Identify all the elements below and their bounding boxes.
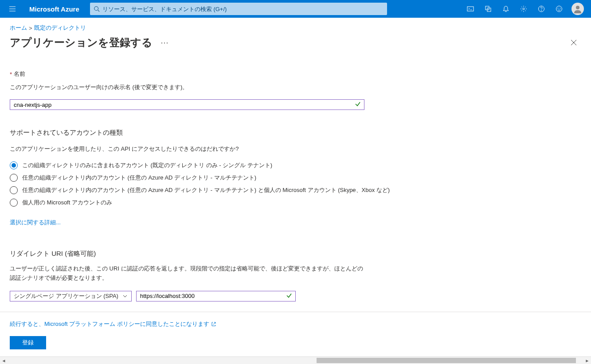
required-mark: * [10, 71, 12, 78]
radio-label: 任意の組織ディレクトリ内のアカウント (任意の Azure AD ディレクトリ … [22, 186, 390, 194]
svg-point-15 [560, 8, 560, 8]
svg-line-4 [98, 10, 99, 12]
svg-point-16 [576, 6, 579, 9]
radio-circle-icon [10, 199, 18, 207]
top-bar: Microsoft Azure [0, 0, 591, 18]
settings-icon[interactable] [515, 0, 532, 18]
footer: 続行すると、Microsoft プラットフォーム ポリシーに同意したことになりま… [0, 312, 591, 315]
check-icon [355, 101, 361, 109]
svg-point-12 [541, 10, 542, 11]
svg-rect-5 [467, 7, 474, 11]
radio-single-tenant[interactable]: この組織ディレクトリのみに含まれるアカウント (既定のディレクトリ のみ - シ… [10, 159, 581, 172]
top-icons [462, 0, 587, 18]
radio-label: この組織ディレクトリのみに含まれるアカウント (既定のディレクトリ のみ - シ… [22, 161, 272, 169]
redirect-heading: リダイレクト URI (省略可能) [10, 250, 581, 258]
chevron-down-icon [122, 294, 128, 299]
help-link-row: 選択に関する詳細... [10, 219, 581, 227]
breadcrumb-home[interactable]: ホーム [10, 24, 27, 32]
account-types-heading: サポートされているアカウントの種類 [10, 129, 581, 137]
radio-personal-only[interactable]: 個人用の Microsoft アカウントのみ [10, 196, 581, 209]
svg-point-3 [94, 7, 98, 11]
radio-multi-tenant[interactable]: 任意の組織ディレクトリ内のアカウント (任意の Azure AD ディレクトリ … [10, 172, 581, 184]
hamburger-menu-icon[interactable] [4, 0, 21, 18]
name-input[interactable] [10, 99, 364, 110]
name-desc: このアプリケーションのユーザー向けの表示名 (後で変更できます)。 [10, 83, 373, 91]
platform-dropdown[interactable]: シングルページ アプリケーション (SPA) [10, 291, 132, 301]
selection-help-link[interactable]: 選択に関する詳細... [10, 219, 61, 226]
redirect-uri-input[interactable] [136, 291, 296, 301]
redirect-row: シングルページ アプリケーション (SPA) [10, 291, 581, 301]
close-icon[interactable] [566, 36, 581, 50]
radio-circle-icon [10, 161, 18, 169]
avatar[interactable] [571, 3, 584, 15]
breadcrumb-sep: > [29, 25, 32, 31]
search-icon [94, 6, 100, 12]
breadcrumb: ホーム > 既定のディレクトリ [10, 24, 581, 32]
redirect-desc: ユーザーが正しく認証された後、この URI に認証の応答を返します。現段階での指… [10, 264, 364, 283]
svg-point-13 [556, 6, 562, 12]
svg-point-10 [523, 8, 524, 10]
uri-input-wrap [136, 291, 296, 301]
page-title: アプリケーションを登録する [10, 35, 153, 50]
page-body: ホーム > 既定のディレクトリ アプリケーションを登録する ⋯ * 名前 このア… [0, 18, 591, 315]
search-input[interactable] [100, 6, 384, 12]
brand-label[interactable]: Microsoft Azure [21, 5, 87, 13]
feedback-icon[interactable] [550, 0, 568, 18]
platform-value: シングルページ アプリケーション (SPA) [14, 292, 118, 300]
check-icon [286, 292, 292, 300]
name-input-row [10, 99, 364, 110]
search-box[interactable] [90, 3, 387, 15]
name-label-text: 名前 [14, 70, 25, 78]
name-label: * 名前 [10, 70, 373, 78]
account-types-radio-group: この組織ディレクトリのみに含まれるアカウント (既定のディレクトリ のみ - シ… [10, 159, 581, 209]
account-types-question: このアプリケーションを使用したり、この API にアクセスしたりできるのはだれで… [10, 145, 581, 153]
help-icon[interactable] [532, 0, 550, 18]
radio-circle-icon [10, 174, 18, 182]
directories-icon[interactable] [479, 0, 497, 18]
radio-label: 任意の組織ディレクトリ内のアカウント (任意の Azure AD ディレクトリ … [22, 174, 256, 182]
svg-point-14 [558, 8, 558, 8]
more-icon[interactable]: ⋯ [160, 38, 168, 47]
name-section: * 名前 このアプリケーションのユーザー向けの表示名 (後で変更できます)。 [10, 70, 373, 110]
radio-circle-icon [10, 186, 18, 194]
title-row: アプリケーションを登録する ⋯ [10, 35, 581, 50]
radio-multi-tenant-personal[interactable]: 任意の組織ディレクトリ内のアカウント (任意の Azure AD ディレクトリ … [10, 184, 581, 196]
cloud-shell-icon[interactable] [462, 0, 479, 18]
notifications-icon[interactable] [497, 0, 515, 18]
breadcrumb-directory[interactable]: 既定のディレクトリ [34, 24, 86, 32]
radio-label: 個人用の Microsoft アカウントのみ [22, 199, 112, 207]
